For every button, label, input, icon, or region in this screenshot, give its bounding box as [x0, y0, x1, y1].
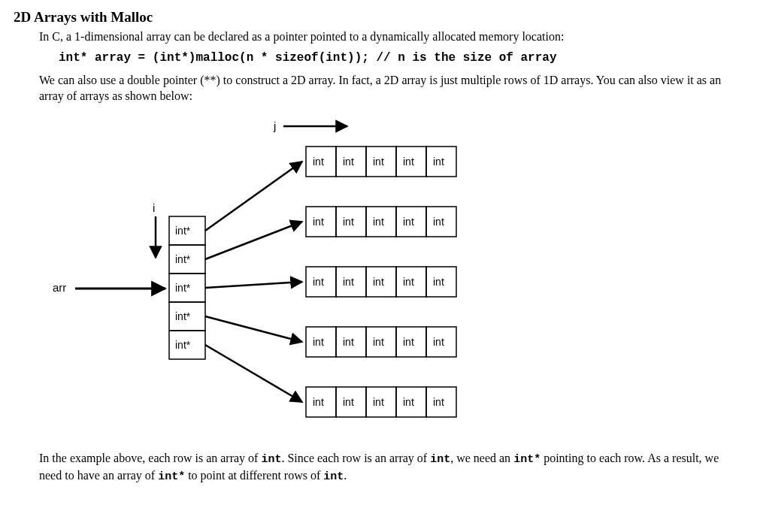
- ptr-arrow-4: [205, 345, 302, 402]
- cell-1-3: int: [403, 216, 414, 228]
- cell-1-0: int: [313, 216, 324, 228]
- heading: 2D Arrays with Malloc: [14, 9, 743, 26]
- i-axis-label: i: [153, 201, 155, 214]
- cell-0-1: int: [343, 156, 354, 168]
- row-1: int int int int int: [306, 207, 456, 237]
- intro-paragraph-1: In C, a 1-dimensional array can be decla…: [39, 29, 743, 45]
- cell-2-4: int: [433, 276, 444, 288]
- cell-3-0: int: [313, 336, 324, 348]
- ptr-arrow-0: [205, 162, 302, 231]
- code-int-2: int: [430, 453, 450, 466]
- cell-3-3: int: [403, 336, 414, 348]
- diagram-2d-array: j i arr int* int* int* int* int*: [39, 116, 743, 440]
- cell-4-4: int: [433, 396, 444, 408]
- cell-4-3: int: [403, 396, 414, 408]
- ptr-cell-4: int*: [175, 339, 191, 351]
- cell-3-4: int: [433, 336, 444, 348]
- cell-0-0: int: [313, 156, 324, 168]
- ptr-cell-0: int*: [175, 225, 191, 237]
- ptr-arrow-3: [205, 316, 302, 342]
- cell-2-0: int: [313, 276, 324, 288]
- row-0: int int int int int: [306, 147, 456, 177]
- intro-paragraph-2: We can also use a double pointer (**) to…: [39, 72, 743, 104]
- ptr-arrow-1: [205, 222, 302, 259]
- cell-2-2: int: [373, 276, 384, 288]
- ptr-cell-3: int*: [175, 310, 191, 322]
- cell-4-2: int: [373, 396, 384, 408]
- pointer-column: int* int* int* int* int*: [169, 216, 205, 359]
- j-axis-label: j: [273, 119, 276, 132]
- ptr-cell-1: int*: [175, 253, 191, 265]
- cell-1-2: int: [373, 216, 384, 228]
- cell-3-1: int: [343, 336, 354, 348]
- row-3: int int int int int: [306, 327, 456, 357]
- cell-4-0: int: [313, 396, 324, 408]
- code-intp-2: int*: [158, 470, 185, 483]
- code-block-1: int* array = (int*)malloc(n * sizeof(int…: [59, 51, 743, 65]
- ptr-cell-2: int*: [175, 282, 191, 294]
- cell-0-3: int: [403, 156, 414, 168]
- cell-0-2: int: [373, 156, 384, 168]
- cell-0-4: int: [433, 156, 444, 168]
- code-int-3: int: [323, 470, 344, 483]
- closing-paragraph: In the example above, each row is an arr…: [39, 450, 743, 485]
- row-4: int int int int int: [306, 387, 456, 417]
- cell-3-2: int: [373, 336, 384, 348]
- cell-4-1: int: [343, 396, 354, 408]
- cell-2-1: int: [343, 276, 354, 288]
- cell-2-3: int: [403, 276, 414, 288]
- arr-label: arr: [53, 281, 66, 294]
- cell-1-4: int: [433, 216, 444, 228]
- code-int-1: int: [261, 453, 281, 466]
- ptr-arrow-2: [205, 282, 302, 288]
- cell-1-1: int: [343, 216, 354, 228]
- code-intp-1: int*: [513, 453, 540, 466]
- row-2: int int int int int: [306, 267, 456, 297]
